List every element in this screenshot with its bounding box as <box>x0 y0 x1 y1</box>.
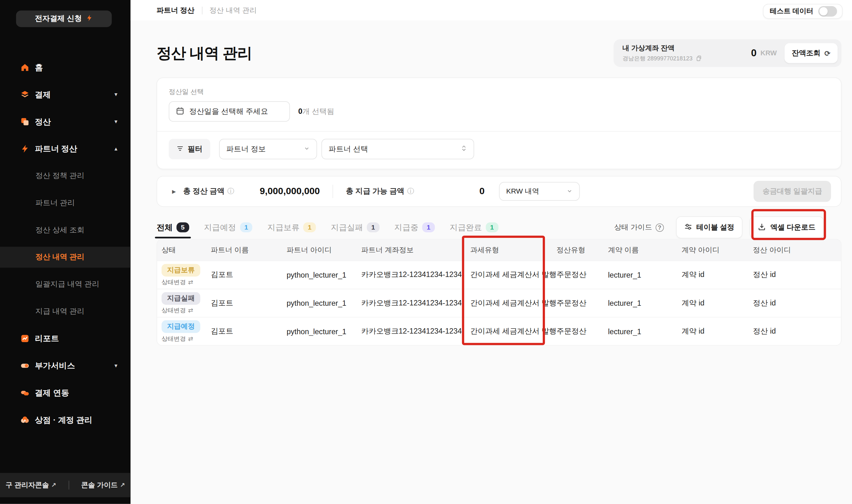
table-settings-button[interactable]: 테이블 설정 <box>676 216 743 238</box>
tax-type-cell: 간이과세 세금계산서 발행 <box>470 326 556 336</box>
tab-failed[interactable]: 지급실패 1 <box>331 222 379 232</box>
partner-name-cell: 김포트 <box>211 326 287 336</box>
partner-select[interactable]: 파트너 선택 <box>321 139 474 159</box>
label-text: 총 지급 가능 금액 <box>346 186 405 196</box>
breadcrumb-section[interactable]: 파트너 정산 <box>157 5 195 15</box>
chart-icon <box>21 334 30 343</box>
contract-name-cell: lecturer_1 <box>608 327 682 336</box>
sidebar-subitem-bulk-payout-history[interactable]: 일괄지급 내역 관리 <box>0 274 130 295</box>
refresh-icon: ⟳ <box>824 49 831 57</box>
chevron-up-icon: ▲ <box>113 146 119 151</box>
sidebar-item-label: 정산 <box>35 116 51 127</box>
selected-suffix: 개 선택됨 <box>302 107 334 115</box>
status-guide-link[interactable]: 상태 가이드 ? <box>614 222 664 232</box>
main-content: 파트너 정산 정산 내역 관리 테스트 데이터 정산 내역 관리 내 가상계좌 … <box>130 0 852 504</box>
tab-label: 전체 <box>157 222 173 232</box>
balance-currency: KRW <box>760 49 777 57</box>
apply-epayment-button[interactable]: 전자결제 신청 <box>16 11 112 27</box>
sidebar-item-payments[interactable]: 결제 ▼ <box>0 84 130 105</box>
sidebar-item-settlement[interactable]: 정산 ▼ <box>0 111 130 132</box>
tab-paying[interactable]: 지급중 1 <box>394 222 435 232</box>
settlement-id-cell: 정산 id <box>753 326 841 336</box>
chevron-down-icon: ▼ <box>113 92 119 97</box>
test-data-toggle[interactable] <box>818 6 837 16</box>
excel-download-button[interactable]: 엑셀 다운로드 <box>750 216 824 238</box>
sidebar-item-label: 홈 <box>35 62 43 73</box>
balance-check-button[interactable]: 잔액조회 ⟳ <box>785 43 838 63</box>
sidebar-item-report[interactable]: 리포트 <box>0 328 130 349</box>
status-cell: 지급실패 상태변경⇄ <box>157 292 211 314</box>
column-header-settlement-id: 정산 아이디 <box>753 245 841 255</box>
tab-scheduled[interactable]: 지급예정 1 <box>204 222 252 232</box>
subitem-label: 일괄지급 내역 관리 <box>35 279 99 289</box>
table-row[interactable]: 지급보류 상태변경⇄ 김포트 python_lecturer_1 카카오뱅크12… <box>157 260 841 289</box>
subitem-label: 정산 내역 관리 <box>35 252 85 262</box>
chevron-down-icon <box>566 187 572 195</box>
table-row[interactable]: 지급예정 상태변경⇄ 김포트 python_lecturer_1 카카오뱅크12… <box>157 317 841 345</box>
guide-label: 상태 가이드 <box>614 222 652 232</box>
date-placeholder: 정산일을 선택해 주세요 <box>189 107 268 116</box>
selected-count-text: 0개 선택됨 <box>298 107 334 116</box>
partner-id-cell: python_lecturer_1 <box>286 327 361 336</box>
sidebar-subitem-settlement-detail[interactable]: 정산 상세 조회 <box>0 219 130 240</box>
currency-history-select[interactable]: KRW 내역 <box>499 182 580 201</box>
tab-label: 지급실패 <box>331 222 363 232</box>
column-header-status: 상태 <box>157 245 211 255</box>
sidebar-subitem-partner-management[interactable]: 파트너 관리 <box>0 193 130 213</box>
copy-icon[interactable] <box>695 55 701 62</box>
select-value: 파트너 정보 <box>226 144 266 154</box>
info-icon[interactable]: ⓘ <box>407 186 414 196</box>
partner-info-select[interactable]: 파트너 정보 <box>219 139 317 159</box>
sidebar: 전자결제 신청 홈 결제 ▼ 정산 ▼ 파트너 정산 ▲ <box>0 0 130 504</box>
bulk-transfer-button[interactable]: 송금대행 일괄지급 <box>753 181 831 202</box>
sidebar-subitem-payout-history[interactable]: 지급 내역 관리 <box>0 301 130 322</box>
chevron-down-icon <box>304 145 309 153</box>
tab-hold[interactable]: 지급보류 1 <box>268 222 316 232</box>
chevron-down-icon: ▼ <box>113 119 119 124</box>
tax-type-cell: 간이과세 세금계산서 발행 <box>470 270 556 280</box>
breadcrumb-divider <box>202 6 202 14</box>
account-number: 경남은행 28999770218123 <box>622 55 693 62</box>
bolt-icon <box>21 144 30 154</box>
swap-icon: ⇄ <box>188 307 193 314</box>
status-change-link[interactable]: 상태변경⇄ <box>162 306 193 314</box>
filter-icon <box>176 144 184 154</box>
status-cell: 지급예정 상태변경⇄ <box>157 320 211 343</box>
old-admin-console-link[interactable]: 구 관리자콘솔↗ <box>6 480 56 490</box>
select-value: 파트너 선택 <box>329 144 368 154</box>
summary-divider <box>333 185 333 198</box>
external-link-icon: ↗ <box>120 482 125 488</box>
status-change-link[interactable]: 상태변경⇄ <box>162 278 193 286</box>
sidebar-item-store-account[interactable]: 상점 · 계정 관리 <box>0 410 130 430</box>
info-icon[interactable]: ⓘ <box>227 186 234 196</box>
sidebar-item-addon-services[interactable]: 부가서비스 ▼ <box>0 355 130 376</box>
filter-button[interactable]: 필터 <box>169 139 210 159</box>
tab-all[interactable]: 전체 5 <box>157 222 189 232</box>
total-settlement-label: 총 정산 금액 ⓘ <box>183 186 234 196</box>
settlement-date-picker[interactable]: 정산일을 선택해 주세요 <box>169 101 290 122</box>
column-header-partner-account: 파트너 계좌정보 <box>361 245 470 255</box>
expand-triangle-icon[interactable]: ▶ <box>172 189 176 194</box>
table-settings-icon <box>685 222 692 232</box>
summary-card: ▶ 총 정산 금액 ⓘ 9,000,000,000 총 지급 가능 금액 ⓘ 0… <box>157 176 841 207</box>
button-label: 잔액조회 <box>792 48 820 58</box>
payable-amount-label: 총 지급 가능 금액 ⓘ <box>346 186 414 196</box>
sidebar-item-home[interactable]: 홈 <box>0 57 130 78</box>
payable-amount-value: 0 <box>479 186 485 197</box>
status-badge: 지급보류 <box>162 264 200 276</box>
swap-icon: ⇄ <box>188 278 193 286</box>
status-badge: 지급예정 <box>162 320 200 332</box>
tab-completed[interactable]: 지급완료 1 <box>450 222 498 232</box>
console-guide-link[interactable]: 콘솔 가이드↗ <box>81 480 125 490</box>
sidebar-subitem-settlement-history[interactable]: 정산 내역 관리 <box>0 247 130 268</box>
filter-divider <box>157 131 841 132</box>
contract-name-cell: lecturer_1 <box>608 299 682 307</box>
sidebar-subitem-settlement-policy[interactable]: 정산 정책 관리 <box>0 165 130 186</box>
sort-updown-icon <box>461 144 467 154</box>
sidebar-item-partner-settlement[interactable]: 파트너 정산 ▲ <box>0 138 130 159</box>
sidebar-item-payment-integration[interactable]: 결제 연동 <box>0 382 130 403</box>
status-change-link[interactable]: 상태변경⇄ <box>162 334 193 342</box>
virtual-account-balance-card: 내 가상계좌 잔액 경남은행 28999770218123 0 KRW 잔액조회… <box>614 39 841 67</box>
link-label: 상태변경 <box>162 278 186 286</box>
table-row[interactable]: 지급실패 상태변경⇄ 김포트 python_lecturer_1 카카오뱅크12… <box>157 289 841 317</box>
